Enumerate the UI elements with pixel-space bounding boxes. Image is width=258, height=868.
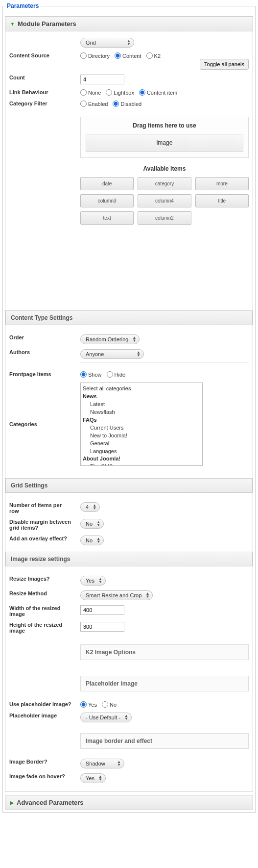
link-behaviour-label: Link Behaviour [5, 87, 76, 98]
items-per-row-label: Number of items per row [5, 500, 76, 516]
category-option[interactable]: About Joomla! [83, 455, 200, 463]
placeholder-image-label: Placeholder image [5, 710, 76, 725]
drag-title: Drag items here to use [81, 117, 248, 134]
fieldset-legend: Parameters [5, 2, 41, 9]
advanced-parameters-header[interactable]: ▶ Advanced Parameters [5, 795, 253, 810]
overlay-select[interactable]: No▲▼ [80, 536, 104, 545]
image-border-select[interactable]: Shadow▲▼ [80, 759, 124, 768]
image-border-label: Image Border? [5, 756, 76, 771]
category-option[interactable]: FAQs [83, 416, 200, 424]
available-item[interactable]: column2 [138, 211, 191, 225]
available-items-title: Available Items [80, 160, 249, 177]
resize-images-select[interactable]: Yes▲▼ [80, 576, 106, 586]
resize-method-label: Resize Method [5, 588, 76, 603]
disable-margin-select[interactable]: No▲▼ [80, 519, 104, 529]
image-fade-select[interactable]: Yes▲▼ [80, 773, 106, 783]
placeholder-image-select[interactable]: - Use Default -▲▼ [80, 713, 132, 722]
drag-target-box[interactable]: Drag items here to use image [80, 117, 249, 158]
category-option[interactable]: Select all categories [83, 385, 200, 393]
category-filter-label: Category Filter [5, 98, 76, 109]
items-per-row-select[interactable]: 4▲▼ [80, 502, 100, 512]
radio-content-item[interactable]: Content item [139, 89, 177, 96]
placeholder-image-subpanel[interactable]: Placeholder image [80, 676, 249, 691]
available-item[interactable]: date [80, 177, 134, 190]
available-items-grid: datecategorymorecolumn3column4titletextc… [80, 177, 249, 230]
radio-disabled[interactable]: Disabled [113, 101, 141, 107]
radio-k2[interactable]: K2 [146, 52, 161, 59]
disable-margin-label: Disable margin between grid items? [5, 516, 76, 533]
count-label: Count [5, 72, 76, 87]
triangle-down-icon: ▼ [10, 22, 15, 26]
frontpage-items-label: Frontpage Items [5, 369, 76, 380]
category-option[interactable]: Languages [83, 448, 200, 456]
category-option[interactable]: The CMS [83, 463, 200, 466]
module-parameters-title: Module Parameters [18, 20, 76, 27]
category-option[interactable]: News [83, 393, 200, 401]
content-source-label: Content Source [5, 50, 76, 72]
drag-slot-item[interactable]: image [86, 134, 243, 152]
content-type-header: Content Type Settings [5, 310, 253, 325]
radio-yes-placeholder[interactable]: Yes [80, 701, 97, 708]
use-placeholder-label: Use placeholder image? [5, 699, 76, 710]
radio-no-placeholder[interactable]: No [102, 701, 117, 708]
k2-image-options-subpanel[interactable]: K2 Image Options [80, 644, 249, 660]
content-source-radios: Directory Content K2 [80, 52, 249, 59]
width-resized-label: Width of the resized image [5, 603, 76, 619]
triangle-right-icon: ▶ [10, 800, 14, 805]
authors-label: Authors [5, 347, 76, 369]
categories-label: Categories [5, 380, 76, 468]
categories-listbox[interactable]: Select all categoriesNewsLatestNewsflash… [80, 383, 203, 466]
category-option[interactable]: New to Joomla! [83, 432, 200, 440]
authors-select[interactable]: Anyone▲▼ [80, 349, 144, 359]
radio-show[interactable]: Show [80, 371, 102, 378]
height-input[interactable] [80, 622, 124, 632]
radio-content[interactable]: Content [115, 52, 141, 59]
order-label: Order [5, 332, 76, 347]
grid-settings-header: Grid Settings [5, 478, 253, 493]
layout-select[interactable]: Grid ▲▼ [80, 38, 134, 48]
width-input[interactable] [80, 605, 124, 615]
module-parameters-header[interactable]: ▼ Module Parameters [5, 16, 253, 31]
module-parameters-body: Grid ▲▼ Content Source Directory Content… [5, 31, 253, 792]
radio-none[interactable]: None [80, 89, 101, 96]
count-input[interactable] [80, 75, 124, 84]
height-resized-label: Height of the resized image [5, 619, 76, 636]
radio-enabled[interactable]: Enabled [80, 101, 108, 107]
radio-lightbox[interactable]: Lightbox [106, 89, 134, 96]
category-option[interactable]: Newsflash [83, 408, 200, 416]
resize-method-select[interactable]: Smart Resize and Crop▲▼ [80, 590, 153, 600]
available-item[interactable]: column4 [138, 194, 191, 207]
category-option[interactable]: Latest [83, 401, 200, 408]
available-item[interactable]: category [138, 177, 191, 190]
select-arrows-icon: ▲▼ [127, 40, 131, 46]
available-item[interactable]: text [80, 211, 134, 225]
category-option[interactable]: General [83, 440, 200, 448]
radio-hide[interactable]: Hide [107, 371, 126, 378]
resize-images-label: Resize Images? [5, 573, 76, 588]
parameters-fieldset: Parameters ▼ Module Parameters Grid ▲▼ C… [2, 2, 256, 813]
advanced-parameters-title: Advanced Parameters [17, 799, 84, 806]
toggle-all-panels-button[interactable]: Toggle all panels [200, 59, 249, 70]
image-resize-header: Image resize settings [5, 552, 253, 566]
overlay-label: Add an overlay effect? [5, 533, 76, 548]
available-item[interactable]: column3 [80, 194, 134, 207]
available-item[interactable]: more [195, 177, 249, 190]
radio-directory[interactable]: Directory [80, 52, 110, 59]
image-border-effect-subpanel[interactable]: Image border and effect [80, 733, 249, 749]
order-select[interactable]: Random Ordering▲▼ [80, 334, 140, 344]
available-item[interactable]: title [195, 194, 249, 207]
image-fade-label: Image fade on hover? [5, 771, 76, 786]
category-option[interactable]: Current Users [83, 424, 200, 432]
